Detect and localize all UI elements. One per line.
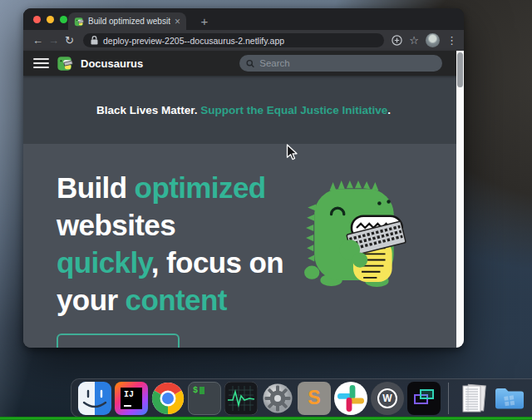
get-started-button[interactable]	[57, 334, 180, 348]
hero-word: , focus on	[151, 246, 283, 279]
chrome-icon[interactable]	[151, 382, 185, 415]
tab-close-icon[interactable]: ×	[175, 17, 180, 27]
search-input[interactable]	[259, 58, 436, 68]
docusaurus-mascot-illustration	[301, 175, 412, 287]
tab-bar: Build optimized websites quick × +	[23, 8, 464, 30]
profile-avatar[interactable]	[426, 33, 440, 47]
shared-folder-icon[interactable]	[493, 382, 526, 415]
hamburger-menu-icon[interactable]	[33, 58, 49, 68]
url-bar[interactable]: deploy-preview-2205--docusaurus-2.netlif…	[83, 33, 384, 47]
docusaurus-logo-icon[interactable]	[57, 55, 73, 72]
announcement-text: Black Lives Matter. Support the Equal Ju…	[96, 104, 391, 116]
search-icon	[246, 59, 254, 68]
hero-section: Build optimized websites quickly, focus …	[23, 144, 464, 348]
scrollbar-thumb[interactable]	[457, 52, 463, 87]
dock-divider	[448, 383, 449, 414]
tab-title: Build optimized websites quick	[88, 17, 170, 26]
site-brand[interactable]: Docusaurus	[81, 57, 143, 70]
intellij-glyph: IJ	[124, 390, 134, 399]
bookmark-star-icon[interactable]: ☆	[409, 35, 419, 46]
sublime-glyph: S	[308, 387, 320, 409]
site-navbar: Docusaurus	[23, 51, 464, 76]
lock-icon	[91, 36, 98, 45]
search-box[interactable]	[239, 55, 442, 72]
hero-word: your	[57, 284, 126, 316]
announcement-prefix: Black Lives Matter.	[96, 104, 200, 116]
docusaurus-favicon	[74, 17, 84, 27]
browser-tab[interactable]: Build optimized websites quick ×	[68, 12, 186, 30]
circle-plus-icon[interactable]	[392, 35, 402, 46]
close-window-button[interactable]	[33, 16, 41, 23]
zoom-window-button[interactable]	[60, 16, 67, 23]
activity-monitor-icon[interactable]	[224, 382, 258, 415]
finder-icon[interactable]	[78, 382, 111, 415]
minimize-window-button[interactable]	[47, 16, 54, 23]
terminal-icon[interactable]: $	[188, 382, 221, 415]
slack-icon[interactable]	[334, 382, 367, 415]
browser-menu-icon[interactable]: ⋮	[446, 35, 457, 46]
announcement-bar: Black Lives Matter. Support the Equal Ju…	[23, 76, 464, 144]
intellij-idea-icon[interactable]: IJ	[115, 382, 148, 415]
hero-word-highlight: content	[126, 284, 227, 316]
workplace-glyph: W	[382, 393, 392, 404]
screen-recording-indicator-bar	[0, 417, 532, 420]
terminal-prompt-glyph: $	[193, 386, 198, 395]
browser-window: Build optimized websites quick × + ← → ↻…	[23, 8, 464, 348]
announcement-suffix: .	[387, 104, 391, 116]
url-text: deploy-preview-2205--docusaurus-2.netlif…	[103, 36, 284, 46]
browser-toolbar: ← → ↻ deploy-preview-2205--docusaurus-2.…	[23, 30, 464, 51]
workplace-icon[interactable]: W	[371, 382, 404, 415]
page-scrollbar[interactable]	[456, 51, 464, 348]
hero-word: Build	[57, 171, 135, 204]
hero-word-highlight: optimized	[135, 171, 266, 204]
announcement-link[interactable]: Support the Equal Justice Initiative	[200, 104, 387, 116]
system-preferences-icon[interactable]	[261, 382, 294, 415]
hero-word: websites	[57, 209, 175, 241]
mouse-cursor	[286, 144, 298, 161]
screen-share-app-icon[interactable]	[407, 382, 441, 415]
hero-word-highlight: quickly	[57, 246, 151, 279]
toolbar-right: ☆ ⋮	[390, 33, 457, 47]
reload-button[interactable]: ↻	[62, 35, 77, 46]
new-tab-button[interactable]: +	[196, 12, 213, 29]
documents-stack-icon[interactable]	[456, 382, 490, 415]
back-button[interactable]: ←	[30, 35, 46, 46]
dock: IJ $	[71, 378, 532, 418]
page-content: Docusaurus Black Lives Matter. Support t…	[23, 51, 464, 348]
sublime-text-icon[interactable]: S	[298, 382, 331, 415]
forward-button[interactable]: →	[46, 35, 62, 46]
